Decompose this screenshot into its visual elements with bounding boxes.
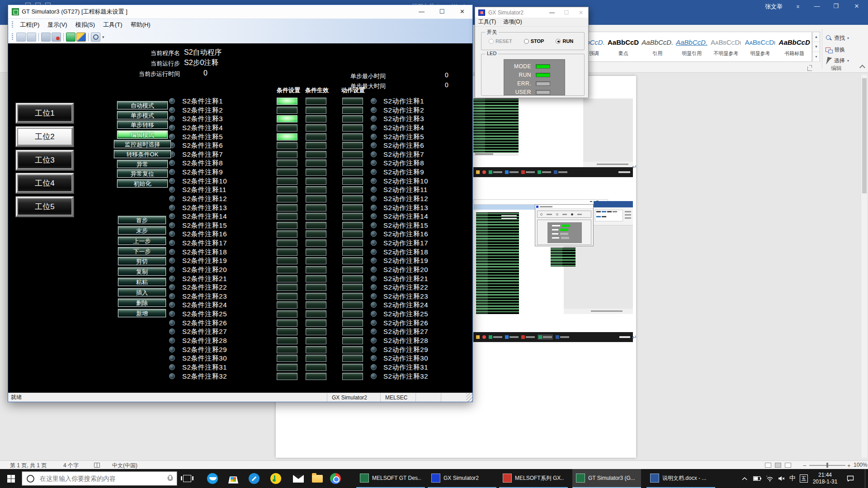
proofing-icon[interactable] bbox=[94, 463, 100, 468]
style-明显参考[interactable]: AaBbCcDi明显参考 bbox=[743, 32, 778, 61]
step-button-复制[interactable]: 复制 bbox=[118, 267, 166, 276]
store-button[interactable] bbox=[223, 469, 243, 488]
gt-menu-工具(T)[interactable]: 工具(T) bbox=[99, 20, 127, 30]
clock[interactable]: 21:44 2018-1-31 bbox=[811, 469, 839, 488]
station-button-工位2[interactable]: 工位2 bbox=[16, 127, 74, 147]
find-button[interactable]: 查找▾ bbox=[826, 33, 849, 43]
mail-button[interactable] bbox=[288, 469, 308, 488]
device-monitor-icon[interactable] bbox=[66, 33, 75, 42]
radio-STOP[interactable]: STOP bbox=[524, 38, 544, 44]
styles-dialog-launcher-icon[interactable] bbox=[807, 66, 812, 71]
style-不明显参考[interactable]: AaBbCcDi不明显参考 bbox=[709, 32, 743, 61]
style-书籍标题[interactable]: AaBbCcD书籍标题 bbox=[777, 32, 811, 61]
taskbar-app-说明文档.docx - ...[interactable]: 说明文档.docx - ... bbox=[646, 469, 715, 488]
tool-button[interactable] bbox=[244, 469, 264, 488]
toolbar-overflow-icon[interactable]: ▾ bbox=[102, 35, 104, 39]
option-icon[interactable] bbox=[91, 33, 100, 42]
zoom-slider-thumb[interactable] bbox=[826, 463, 828, 468]
word-restore-button[interactable]: ❐ bbox=[828, 0, 844, 13]
start-button[interactable] bbox=[0, 469, 22, 488]
collapse-ribbon-icon[interactable] bbox=[859, 65, 865, 70]
ime-mode-indicator[interactable]: 五 bbox=[798, 469, 809, 488]
station-button-工位1[interactable]: 工位1 bbox=[16, 103, 74, 123]
step-button-末步[interactable]: 末步 bbox=[118, 226, 166, 235]
gt-menu-模拟(S)[interactable]: 模拟(S) bbox=[71, 20, 99, 30]
style-引用[interactable]: AaBbCcD.引用 bbox=[640, 32, 675, 61]
mode-button-异常[interactable]: 异常 bbox=[117, 160, 168, 168]
file-explorer-button[interactable] bbox=[307, 469, 327, 488]
step-button-删除[interactable]: 删除 bbox=[118, 299, 166, 307]
word-minimize-button[interactable]: — bbox=[809, 0, 825, 13]
mode-button-监控超时选择[interactable]: 监控超时选择 bbox=[114, 140, 171, 148]
step-button-插入[interactable]: 插入 bbox=[118, 288, 166, 296]
gallery-up-icon[interactable]: ▲ bbox=[813, 32, 820, 42]
tray-chevron-up-icon[interactable] bbox=[739, 469, 750, 488]
embedded-screenshot-2[interactable]: ✕ bbox=[473, 199, 633, 342]
station-button-工位5[interactable]: 工位5 bbox=[16, 197, 74, 217]
word-close-button[interactable]: ✕ bbox=[849, 0, 864, 13]
scrollbar-thumb[interactable] bbox=[862, 78, 867, 193]
mode-button-编辑模式[interactable]: 编辑模式 bbox=[117, 131, 168, 139]
wifi-icon[interactable]: * bbox=[764, 469, 776, 488]
got-setup-icon[interactable] bbox=[76, 33, 86, 42]
styles-gallery-scrollbar[interactable]: ▲▼▾ bbox=[812, 32, 820, 62]
print-layout-icon[interactable] bbox=[775, 463, 781, 468]
embedded-screenshot-1[interactable] bbox=[473, 99, 633, 177]
web-layout-icon[interactable] bbox=[785, 463, 791, 468]
search-input[interactable] bbox=[39, 474, 163, 483]
zoom-in-button[interactable]: + bbox=[847, 462, 851, 469]
gt-minimize-button[interactable]: — bbox=[411, 5, 432, 19]
station-button-工位4[interactable]: 工位4 bbox=[16, 173, 74, 193]
gx-titlebar[interactable]: GX Simulator2 — ☐ ✕ bbox=[475, 7, 588, 18]
taskbar-app-GX Simulator2[interactable]: GX Simulator2 bbox=[428, 469, 496, 488]
word-vertical-scrollbar[interactable] bbox=[861, 75, 867, 458]
mode-button-初始化[interactable]: 初始化 bbox=[117, 179, 168, 188]
battery-icon[interactable] bbox=[751, 469, 763, 488]
resize-grip[interactable] bbox=[466, 393, 472, 402]
taskbar-app-GT Simulator3 (G...[interactable]: GT Simulator3 (G... bbox=[572, 469, 641, 488]
gt-close-button[interactable]: ✕ bbox=[452, 5, 472, 19]
gt-menu-显示(V)[interactable]: 显示(V) bbox=[43, 20, 71, 30]
read-mode-icon[interactable] bbox=[765, 463, 771, 468]
step-button-粘粘[interactable]: 粘粘 bbox=[118, 278, 166, 286]
task-view-button[interactable] bbox=[177, 469, 197, 488]
mode-button-异常复位[interactable]: 异常复位 bbox=[117, 169, 168, 178]
replace-button[interactable]: 替换 bbox=[826, 45, 845, 55]
simulate-start-icon[interactable] bbox=[41, 33, 51, 42]
gx-menu-选项(O)[interactable]: 选项(O) bbox=[503, 18, 522, 26]
edge-button[interactable] bbox=[203, 469, 222, 488]
page-indicator[interactable]: 第 1 页, 共 1 页 bbox=[10, 462, 47, 469]
taskbar-app-MELSOFT系列 GX...[interactable]: MELSOFT系列 GX... bbox=[499, 469, 568, 488]
gallery-down-icon[interactable]: ▼ bbox=[813, 42, 820, 52]
step-button-首步[interactable]: 首步 bbox=[118, 216, 166, 224]
gt-titlebar[interactable]: GT Simulator3 (GT27) [工程标题未设置 ] — ☐ ✕ bbox=[8, 5, 472, 19]
volume-muted-icon[interactable] bbox=[776, 469, 788, 488]
taskbar-search[interactable] bbox=[22, 471, 177, 486]
action-center-icon[interactable] bbox=[843, 469, 858, 488]
save-project-icon[interactable] bbox=[27, 33, 36, 42]
word-count[interactable]: 4 个字 bbox=[63, 462, 79, 469]
gx-minimize-button[interactable]: — bbox=[545, 9, 559, 16]
zoom-level[interactable]: 100% bbox=[854, 462, 868, 468]
station-button-工位3[interactable]: 工位3 bbox=[16, 150, 74, 170]
taskbar-app-MELSOFT GT Des...[interactable]: MELSOFT GT Des... bbox=[356, 469, 425, 488]
radio-RUN[interactable]: RUN bbox=[556, 38, 573, 44]
mode-button-单步模式[interactable]: 单步模式 bbox=[117, 111, 168, 119]
gx-menu-工具(T)[interactable]: 工具(T) bbox=[478, 18, 496, 26]
open-project-icon[interactable] bbox=[16, 33, 26, 42]
gt-menu-工程(P)[interactable]: 工程(P) bbox=[16, 20, 43, 30]
step-button-剪切[interactable]: 剪切 bbox=[118, 257, 166, 265]
ribbon-display-options-icon[interactable]: ⌅ bbox=[790, 0, 806, 13]
mode-button-转移条件OK[interactable]: 转移条件OK bbox=[114, 150, 171, 158]
select-button[interactable]: 选择▾ bbox=[826, 56, 849, 66]
gt-menu-帮助(H)[interactable]: 帮助(H) bbox=[127, 20, 155, 30]
show-desktop-button[interactable] bbox=[865, 469, 868, 488]
language-indicator[interactable]: 中文(中国) bbox=[112, 462, 137, 469]
step-button-新增[interactable]: 新增 bbox=[118, 309, 166, 317]
step-button-上一步[interactable]: 上一步 bbox=[118, 237, 166, 245]
mode-button-自动模式[interactable]: 自动模式 bbox=[117, 101, 168, 109]
word-signed-in-user[interactable]: 张文举 bbox=[765, 3, 783, 11]
mode-button-单步转移[interactable]: 单步转移 bbox=[117, 121, 168, 129]
simulate-stop-icon[interactable] bbox=[52, 33, 61, 42]
microphone-icon[interactable] bbox=[167, 475, 172, 482]
